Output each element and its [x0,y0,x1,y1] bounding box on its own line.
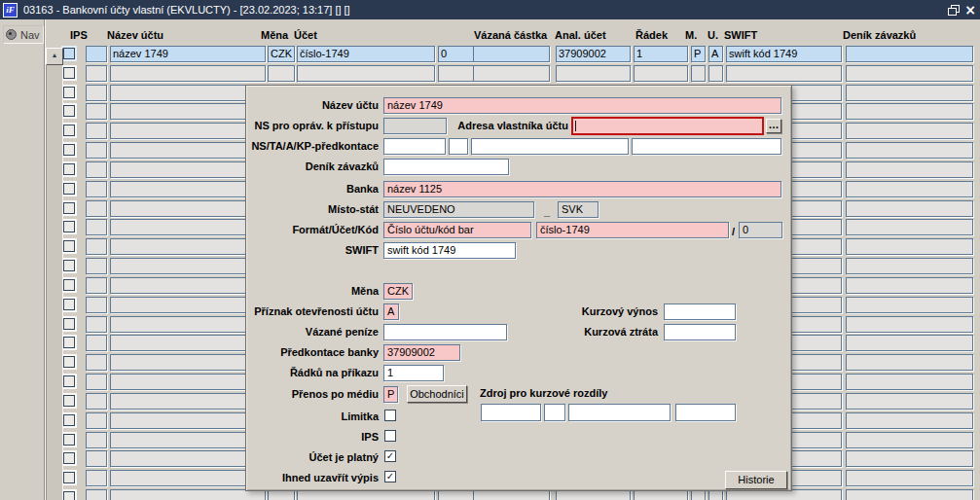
row-ips-checkbox[interactable] [63,87,75,98]
kod-field[interactable]: 0 [739,222,782,238]
adresa-field[interactable] [571,117,764,135]
obchodnici-button[interactable]: Obchodníci [407,385,467,403]
row-ips-checkbox[interactable] [63,125,75,136]
cell-sel[interactable] [86,142,107,159]
cell-vazana[interactable] [473,46,550,62]
cell-sel[interactable] [86,335,107,351]
close-window-icon[interactable]: × [964,3,976,17]
cell-sel[interactable] [86,393,107,410]
cell-sel[interactable] [86,219,107,235]
cell-sel[interactable] [86,412,107,429]
cell-nazev[interactable] [110,123,266,139]
row-ips-checkbox[interactable] [63,356,75,368]
cell-radek[interactable]: 1 [634,46,688,62]
predkontace-field-3[interactable] [471,138,629,155]
cell-denik[interactable] [846,65,973,82]
cell-sel[interactable] [86,354,107,371]
cell-nazev[interactable] [110,142,266,159]
format-field[interactable]: Číslo účtu/kód bar [383,222,531,238]
row-ips-checkbox[interactable] [63,395,75,407]
cell-denik[interactable] [846,219,973,235]
nav-radio-group[interactable]: Nav [3,25,44,44]
cell-swift[interactable]: swift kód 1749 [726,46,842,62]
cell-swift[interactable] [726,65,842,82]
cell-nazev[interactable] [110,393,266,410]
cell-nazev[interactable] [110,374,266,390]
cell-anal[interactable] [556,65,631,82]
scroll-up-icon[interactable]: ▲ [46,48,63,65]
vertical-scrollbar[interactable] [46,48,63,500]
cell-denik[interactable] [846,238,973,255]
row-ips-checkbox[interactable] [63,491,75,500]
cell-nazev[interactable] [110,219,266,235]
cell-nazev[interactable] [110,181,266,197]
cell-denik[interactable] [846,297,973,313]
cell-denik[interactable] [846,200,973,217]
cell-ucet[interactable]: číslo-1749 [297,46,435,62]
row-ips-checkbox[interactable] [63,279,75,291]
cell-nazev[interactable] [110,85,266,101]
zdroj-field-3[interactable] [568,404,671,421]
cell-denik[interactable] [846,181,973,197]
row-ips-checkbox[interactable] [63,260,75,271]
row-ips-checkbox[interactable] [63,337,75,348]
cell-nazev[interactable] [110,277,266,294]
cell-nazev[interactable] [110,354,266,371]
cell-nazev[interactable] [110,470,266,486]
cell-sel[interactable] [86,65,107,82]
kurzova-ztrata-field[interactable] [664,324,736,340]
row-ips-checkbox[interactable] [63,105,75,117]
cell-sel[interactable] [86,123,107,139]
prenos-po-mediu-field[interactable]: P [383,386,398,403]
cell-denik[interactable] [846,46,973,62]
vazane-penize-field[interactable] [383,324,507,340]
row-ips-checkbox[interactable] [63,299,75,310]
cell-sel[interactable] [86,85,107,101]
cell-denik[interactable] [846,432,973,448]
cell-sel[interactable] [86,46,107,62]
cell-nazev[interactable] [110,161,266,178]
cell-denik[interactable] [846,85,973,101]
cell-nazev[interactable] [110,450,266,467]
cell-denik[interactable] [846,450,973,467]
row-ips-checkbox[interactable] [63,318,75,330]
radku-na-prikazu-field[interactable]: 1 [383,365,444,381]
adresa-more-button[interactable]: … [766,119,781,133]
cell-sel[interactable] [86,277,107,294]
cell-nazev[interactable] [110,238,266,255]
cell-nazev[interactable] [110,316,266,333]
cell-denik[interactable] [846,161,973,178]
cell-ucet[interactable] [297,65,435,82]
nazev-uctu-field[interactable]: název 1749 [383,97,781,114]
cell-denik[interactable] [846,142,973,159]
row-ips-checkbox[interactable] [63,434,75,446]
priznak-field[interactable]: A [383,304,399,320]
cell-denik[interactable] [846,258,973,274]
row-ips-checkbox[interactable] [63,67,75,79]
cell-denik[interactable] [846,335,973,351]
row-ips-checkbox[interactable] [63,414,75,426]
ucet-je-platny-checkbox[interactable]: ✓ [384,450,396,462]
cell-mena[interactable] [268,65,295,82]
row-ips-checkbox[interactable] [63,183,75,195]
cell-sel[interactable] [86,161,107,178]
row-ips-checkbox[interactable] [63,48,75,59]
cell-sel[interactable] [86,432,107,448]
cell-sel[interactable] [86,238,107,255]
limitka-checkbox[interactable] [384,410,396,421]
zdroj-field-2[interactable] [544,404,565,421]
predkontace-banky-field[interactable]: 37909002 [383,344,460,361]
cell-sel[interactable] [86,489,107,500]
zdroj-field-1[interactable] [481,404,541,421]
restore-window-icon[interactable] [948,5,959,15]
cell-denik[interactable] [846,489,973,500]
ips-checkbox[interactable] [384,430,396,442]
cell-kod[interactable] [438,65,475,82]
row-ips-checkbox[interactable] [63,240,75,252]
cell-denik[interactable] [846,374,973,390]
cell-nazev[interactable] [110,489,266,500]
cell-nazev[interactable]: název 1749 [110,46,266,62]
ihned-uzavrit-vypis-checkbox[interactable]: ✓ [384,471,396,482]
cell-m[interactable] [691,65,706,82]
denik-zavazku-field[interactable] [383,159,509,175]
